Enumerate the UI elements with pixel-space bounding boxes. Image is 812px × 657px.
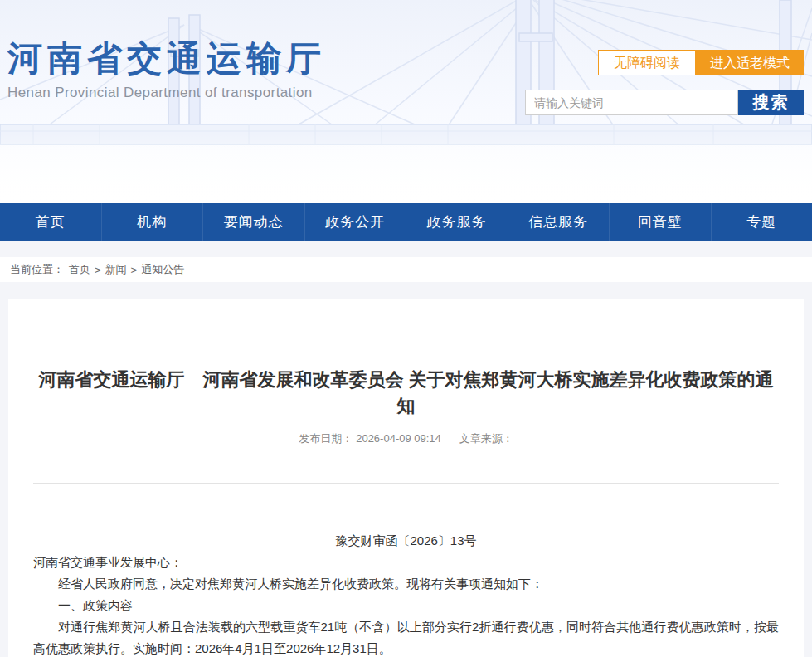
nav-item-gov-service[interactable]: 政务服务 [406,203,508,241]
breadcrumb-news[interactable]: 新闻 [105,262,127,277]
article-title: 河南省交通运输厅 河南省发展和改革委员会 关于对焦郑黄河大桥实施差异化收费政策的… [33,299,779,420]
breadcrumb-notices[interactable]: 通知公告 [141,262,184,277]
breadcrumb-separator: > [95,264,101,276]
publish-date-value: 2026-04-09 09:14 [356,432,441,445]
elder-mode-button[interactable]: 进入适老模式 [696,50,804,75]
article-source-label: 文章来源： [459,432,513,445]
nav-item-special[interactable]: 专题 [711,203,812,241]
nav-item-echo-wall[interactable]: 回音壁 [609,203,711,241]
main-navigation: 首页 机构 要闻动态 政务公开 政务服务 信息服务 回音壁 专题 [0,203,812,241]
article-paragraph: 一、政策内容 [33,595,779,616]
article-paragraph: 经省人民政府同意，决定对焦郑黄河大桥实施差异化收费政策。现将有关事项通知如下： [33,573,779,595]
article-paragraph: 河南省交通事业发展中心： [33,552,779,573]
accessibility-reading-button[interactable]: 无障碍阅读 [598,50,696,75]
header-actions: 无障碍阅读 进入适老模式 [598,50,804,75]
breadcrumb-separator: > [131,264,138,276]
nav-item-institution[interactable]: 机构 [101,203,203,241]
article-body: 河南省交通事业发展中心： 经省人民政府同意，决定对焦郑黄河大桥实施差异化收费政策… [33,552,779,657]
nav-item-info-service[interactable]: 信息服务 [508,203,610,241]
site-subtitle-en: Henan Provincial Department of transport… [7,85,326,101]
article-paragraph: 对通行焦郑黄河大桥且合法装载的六型载重货车21吨（不含）以上部分实行2折通行费优… [33,616,779,657]
nav-item-news[interactable]: 要闻动态 [202,203,304,241]
nav-item-gov-open[interactable]: 政务公开 [304,203,406,241]
breadcrumb: 当前位置： 首页 > 新闻 > 通知公告 [0,257,812,282]
search-box: 搜索 [525,90,804,115]
site-title: 河南省交通运输厅 [7,38,326,80]
search-button[interactable]: 搜索 [738,90,804,115]
site-logo: 河南省交通运输厅 Henan Provincial Department of … [7,38,326,101]
publish-date-label: 发布日期： [299,432,353,445]
search-input[interactable] [525,90,738,115]
header-banner: 河南省交通运输厅 Henan Provincial Department of … [0,0,812,203]
breadcrumb-prefix: 当前位置： [10,262,64,277]
article-meta: 发布日期：2026-04-09 09:14文章来源： [33,431,779,446]
document-number: 豫交财审函〔2026〕13号 [33,530,779,552]
title-divider [33,483,779,484]
nav-item-home[interactable]: 首页 [0,203,101,241]
article-card: 河南省交通运输厅 河南省发展和改革委员会 关于对焦郑黄河大桥实施差异化收费政策的… [8,299,804,657]
breadcrumb-home[interactable]: 首页 [69,262,90,277]
